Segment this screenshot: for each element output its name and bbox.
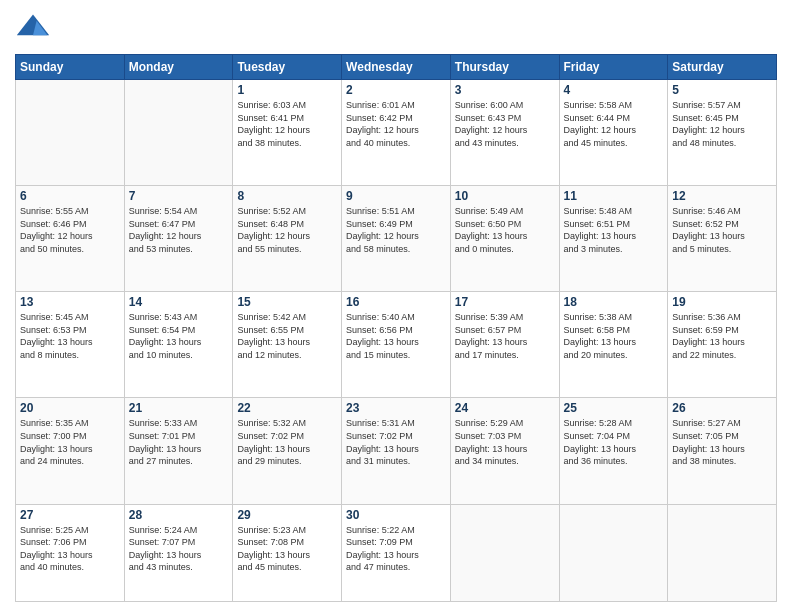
day-info: Sunrise: 5:33 AMSunset: 7:01 PMDaylight:… — [129, 417, 229, 467]
weekday-header: Thursday — [450, 55, 559, 80]
day-number: 18 — [564, 295, 664, 309]
day-info: Sunrise: 5:29 AMSunset: 7:03 PMDaylight:… — [455, 417, 555, 467]
day-info: Sunrise: 5:54 AMSunset: 6:47 PMDaylight:… — [129, 205, 229, 255]
day-info: Sunrise: 5:40 AMSunset: 6:56 PMDaylight:… — [346, 311, 446, 361]
day-number: 19 — [672, 295, 772, 309]
day-number: 8 — [237, 189, 337, 203]
calendar-cell: 24Sunrise: 5:29 AMSunset: 7:03 PMDayligh… — [450, 398, 559, 504]
day-number: 30 — [346, 508, 446, 522]
calendar-cell: 4Sunrise: 5:58 AMSunset: 6:44 PMDaylight… — [559, 80, 668, 186]
calendar-cell: 25Sunrise: 5:28 AMSunset: 7:04 PMDayligh… — [559, 398, 668, 504]
calendar-cell: 15Sunrise: 5:42 AMSunset: 6:55 PMDayligh… — [233, 292, 342, 398]
calendar-cell: 2Sunrise: 6:01 AMSunset: 6:42 PMDaylight… — [342, 80, 451, 186]
day-number: 29 — [237, 508, 337, 522]
page: SundayMondayTuesdayWednesdayThursdayFrid… — [0, 0, 792, 612]
day-info: Sunrise: 5:52 AMSunset: 6:48 PMDaylight:… — [237, 205, 337, 255]
calendar-cell: 5Sunrise: 5:57 AMSunset: 6:45 PMDaylight… — [668, 80, 777, 186]
calendar-table: SundayMondayTuesdayWednesdayThursdayFrid… — [15, 54, 777, 602]
day-number: 6 — [20, 189, 120, 203]
day-info: Sunrise: 5:57 AMSunset: 6:45 PMDaylight:… — [672, 99, 772, 149]
calendar-cell — [450, 504, 559, 601]
day-number: 25 — [564, 401, 664, 415]
calendar-cell: 30Sunrise: 5:22 AMSunset: 7:09 PMDayligh… — [342, 504, 451, 601]
calendar-cell: 18Sunrise: 5:38 AMSunset: 6:58 PMDayligh… — [559, 292, 668, 398]
header — [15, 10, 777, 46]
day-number: 27 — [20, 508, 120, 522]
weekday-header: Friday — [559, 55, 668, 80]
day-info: Sunrise: 5:49 AMSunset: 6:50 PMDaylight:… — [455, 205, 555, 255]
calendar-week-row: 20Sunrise: 5:35 AMSunset: 7:00 PMDayligh… — [16, 398, 777, 504]
calendar-cell: 28Sunrise: 5:24 AMSunset: 7:07 PMDayligh… — [124, 504, 233, 601]
weekday-header: Wednesday — [342, 55, 451, 80]
day-number: 9 — [346, 189, 446, 203]
day-number: 7 — [129, 189, 229, 203]
day-info: Sunrise: 5:22 AMSunset: 7:09 PMDaylight:… — [346, 524, 446, 574]
calendar-cell: 13Sunrise: 5:45 AMSunset: 6:53 PMDayligh… — [16, 292, 125, 398]
day-number: 23 — [346, 401, 446, 415]
calendar-week-row: 27Sunrise: 5:25 AMSunset: 7:06 PMDayligh… — [16, 504, 777, 601]
calendar-cell: 7Sunrise: 5:54 AMSunset: 6:47 PMDaylight… — [124, 186, 233, 292]
calendar-cell: 3Sunrise: 6:00 AMSunset: 6:43 PMDaylight… — [450, 80, 559, 186]
calendar-cell: 9Sunrise: 5:51 AMSunset: 6:49 PMDaylight… — [342, 186, 451, 292]
calendar-cell: 22Sunrise: 5:32 AMSunset: 7:02 PMDayligh… — [233, 398, 342, 504]
day-info: Sunrise: 5:45 AMSunset: 6:53 PMDaylight:… — [20, 311, 120, 361]
day-number: 21 — [129, 401, 229, 415]
calendar-cell — [559, 504, 668, 601]
day-number: 1 — [237, 83, 337, 97]
day-info: Sunrise: 5:42 AMSunset: 6:55 PMDaylight:… — [237, 311, 337, 361]
day-number: 2 — [346, 83, 446, 97]
weekday-header: Monday — [124, 55, 233, 80]
calendar-cell: 26Sunrise: 5:27 AMSunset: 7:05 PMDayligh… — [668, 398, 777, 504]
day-info: Sunrise: 5:39 AMSunset: 6:57 PMDaylight:… — [455, 311, 555, 361]
day-info: Sunrise: 5:32 AMSunset: 7:02 PMDaylight:… — [237, 417, 337, 467]
day-info: Sunrise: 5:51 AMSunset: 6:49 PMDaylight:… — [346, 205, 446, 255]
day-info: Sunrise: 6:00 AMSunset: 6:43 PMDaylight:… — [455, 99, 555, 149]
day-info: Sunrise: 6:01 AMSunset: 6:42 PMDaylight:… — [346, 99, 446, 149]
day-info: Sunrise: 5:48 AMSunset: 6:51 PMDaylight:… — [564, 205, 664, 255]
calendar-cell: 8Sunrise: 5:52 AMSunset: 6:48 PMDaylight… — [233, 186, 342, 292]
day-info: Sunrise: 5:58 AMSunset: 6:44 PMDaylight:… — [564, 99, 664, 149]
calendar-cell: 27Sunrise: 5:25 AMSunset: 7:06 PMDayligh… — [16, 504, 125, 601]
calendar-cell: 20Sunrise: 5:35 AMSunset: 7:00 PMDayligh… — [16, 398, 125, 504]
day-number: 11 — [564, 189, 664, 203]
day-number: 4 — [564, 83, 664, 97]
weekday-header: Tuesday — [233, 55, 342, 80]
calendar-cell: 17Sunrise: 5:39 AMSunset: 6:57 PMDayligh… — [450, 292, 559, 398]
day-number: 28 — [129, 508, 229, 522]
day-number: 16 — [346, 295, 446, 309]
day-number: 20 — [20, 401, 120, 415]
day-info: Sunrise: 5:35 AMSunset: 7:00 PMDaylight:… — [20, 417, 120, 467]
day-number: 22 — [237, 401, 337, 415]
calendar-cell — [16, 80, 125, 186]
weekday-header: Sunday — [16, 55, 125, 80]
day-info: Sunrise: 5:55 AMSunset: 6:46 PMDaylight:… — [20, 205, 120, 255]
day-number: 15 — [237, 295, 337, 309]
day-number: 12 — [672, 189, 772, 203]
calendar-cell: 29Sunrise: 5:23 AMSunset: 7:08 PMDayligh… — [233, 504, 342, 601]
day-number: 5 — [672, 83, 772, 97]
calendar-week-row: 6Sunrise: 5:55 AMSunset: 6:46 PMDaylight… — [16, 186, 777, 292]
day-number: 17 — [455, 295, 555, 309]
day-info: Sunrise: 5:36 AMSunset: 6:59 PMDaylight:… — [672, 311, 772, 361]
day-number: 24 — [455, 401, 555, 415]
day-number: 13 — [20, 295, 120, 309]
weekday-header-row: SundayMondayTuesdayWednesdayThursdayFrid… — [16, 55, 777, 80]
day-info: Sunrise: 5:43 AMSunset: 6:54 PMDaylight:… — [129, 311, 229, 361]
calendar-cell: 16Sunrise: 5:40 AMSunset: 6:56 PMDayligh… — [342, 292, 451, 398]
calendar-cell: 6Sunrise: 5:55 AMSunset: 6:46 PMDaylight… — [16, 186, 125, 292]
calendar-cell — [668, 504, 777, 601]
logo — [15, 10, 57, 46]
day-info: Sunrise: 5:25 AMSunset: 7:06 PMDaylight:… — [20, 524, 120, 574]
calendar-cell: 1Sunrise: 6:03 AMSunset: 6:41 PMDaylight… — [233, 80, 342, 186]
day-info: Sunrise: 6:03 AMSunset: 6:41 PMDaylight:… — [237, 99, 337, 149]
calendar-cell: 23Sunrise: 5:31 AMSunset: 7:02 PMDayligh… — [342, 398, 451, 504]
day-number: 26 — [672, 401, 772, 415]
weekday-header: Saturday — [668, 55, 777, 80]
day-info: Sunrise: 5:24 AMSunset: 7:07 PMDaylight:… — [129, 524, 229, 574]
calendar-cell: 11Sunrise: 5:48 AMSunset: 6:51 PMDayligh… — [559, 186, 668, 292]
calendar-cell: 12Sunrise: 5:46 AMSunset: 6:52 PMDayligh… — [668, 186, 777, 292]
calendar-cell: 10Sunrise: 5:49 AMSunset: 6:50 PMDayligh… — [450, 186, 559, 292]
calendar-week-row: 13Sunrise: 5:45 AMSunset: 6:53 PMDayligh… — [16, 292, 777, 398]
calendar-cell: 14Sunrise: 5:43 AMSunset: 6:54 PMDayligh… — [124, 292, 233, 398]
day-info: Sunrise: 5:46 AMSunset: 6:52 PMDaylight:… — [672, 205, 772, 255]
